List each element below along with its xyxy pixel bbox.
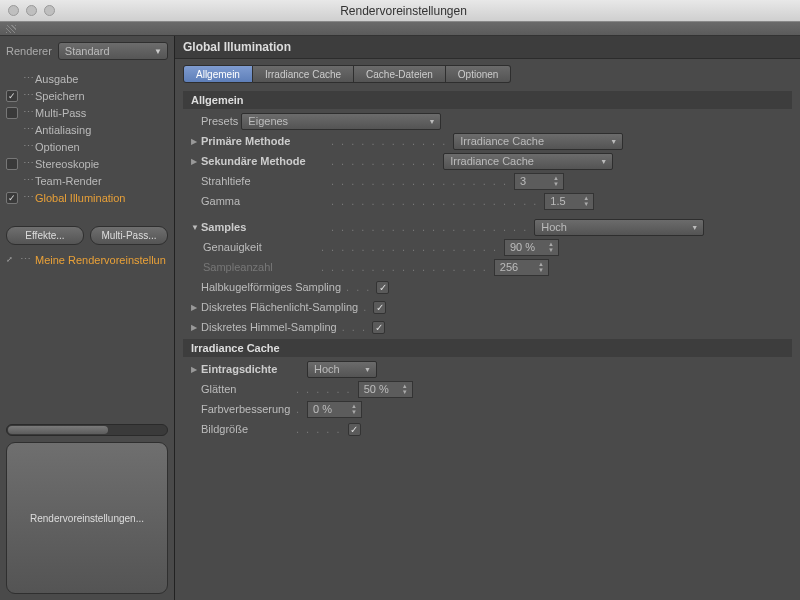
renderer-value: Standard — [65, 45, 110, 57]
preset-row[interactable]: ⤢ ⋯ Meine Rendervoreinstellun — [0, 251, 174, 270]
multipass-button[interactable]: Multi-Pass... — [90, 226, 168, 245]
renderer-label: Renderer — [6, 45, 52, 57]
row-samplecount: Sampleanzahl . . . . . . . . . . . . . .… — [175, 257, 800, 277]
row-accuracy: Genauigkeit . . . . . . . . . . . . . . … — [175, 237, 800, 257]
disclosure-icon[interactable]: ▶ — [191, 323, 201, 332]
checkbox-icon[interactable]: ✓ — [6, 192, 18, 204]
disclosure-icon[interactable]: ▼ — [191, 223, 201, 232]
row-density: ▶ Eintragsdichte Hoch▼ — [175, 359, 800, 379]
density-select[interactable]: Hoch▼ — [307, 361, 377, 378]
tree-item-teamrender[interactable]: ⋯Team-Render — [6, 172, 174, 189]
expand-icon[interactable]: ⤢ — [6, 255, 16, 264]
hemi-checkbox[interactable]: ✓ — [376, 281, 389, 294]
disclosure-icon[interactable]: ▶ — [191, 303, 201, 312]
area-checkbox[interactable]: ✓ — [373, 301, 386, 314]
window-title: Rendervoreinstellungen — [15, 4, 792, 18]
tab-cache-dateien[interactable]: Cache-Dateien — [354, 65, 446, 83]
ic-subheader: Irradiance Cache — [183, 339, 792, 357]
preset-label: Meine Rendervoreinstellun — [35, 254, 166, 266]
tree-item-ausgabe[interactable]: ⋯Ausgabe — [6, 70, 174, 87]
scrollbar-thumb[interactable] — [8, 426, 108, 434]
tree-item-gi[interactable]: ✓⋯Global Illumination — [6, 189, 174, 206]
tab-optionen[interactable]: Optionen — [446, 65, 512, 83]
row-secondary: ▶ Sekundäre Methode . . . . . . . . . . … — [175, 151, 800, 171]
checkbox-icon[interactable] — [6, 107, 18, 119]
gamma-field[interactable]: 1.5▲▼ — [544, 193, 594, 210]
row-presets: Presets Eigenes▼ — [175, 111, 800, 131]
horizontal-scrollbar[interactable] — [6, 424, 168, 436]
chevron-down-icon: ▼ — [428, 118, 435, 125]
tree-item-stereoskopie[interactable]: ⋯Stereoskopie — [6, 155, 174, 172]
disclosure-icon[interactable]: ▶ — [191, 157, 201, 166]
row-imgsize: Bildgröße . . . . . ✓ — [175, 419, 800, 439]
depth-field[interactable]: 3▲▼ — [514, 173, 564, 190]
row-sky: ▶ Diskretes Himmel-Sampling . . . ✓ — [175, 317, 800, 337]
row-smooth: Glätten . . . . . . 50 %▲▼ — [175, 379, 800, 399]
checkbox-icon[interactable] — [6, 158, 18, 170]
accuracy-field[interactable]: 90 %▲▼ — [504, 239, 559, 256]
samples-select[interactable]: Hoch▼ — [534, 219, 704, 236]
disclosure-icon[interactable]: ▶ — [191, 137, 201, 146]
row-primary: ▶ Primäre Methode . . . . . . . . . . . … — [175, 131, 800, 151]
row-hemi: Halbkugelförmiges Sampling . . . ✓ — [175, 277, 800, 297]
tree-item-antialiasing[interactable]: ⋯Antialiasing — [6, 121, 174, 138]
titlebar: Rendervoreinstellungen — [0, 0, 800, 22]
effects-button[interactable]: Effekte... — [6, 226, 84, 245]
tree-item-multipass[interactable]: ⋯Multi-Pass — [6, 104, 174, 121]
colorref-field[interactable]: 0 %▲▼ — [307, 401, 362, 418]
smooth-field[interactable]: 50 %▲▼ — [358, 381, 413, 398]
render-settings-button[interactable]: Rendervoreinstellungen... — [6, 442, 168, 594]
sidebar: Renderer Standard ▼ ⋯Ausgabe ✓⋯Speichern… — [0, 36, 175, 600]
settings-tree: ⋯Ausgabe ✓⋯Speichern ⋯Multi-Pass ⋯Antial… — [0, 68, 174, 220]
tree-item-optionen[interactable]: ⋯Optionen — [6, 138, 174, 155]
grip-icon — [6, 25, 16, 33]
secondary-method-select[interactable]: Irradiance Cache▼ — [443, 153, 613, 170]
row-colorref: Farbverbesserung . 0 %▲▼ — [175, 399, 800, 419]
primary-method-select[interactable]: Irradiance Cache▼ — [453, 133, 623, 150]
tabs: Allgemein Irradiance Cache Cache-Dateien… — [175, 59, 800, 89]
renderer-dropdown[interactable]: Standard ▼ — [58, 42, 168, 60]
checkbox-icon[interactable]: ✓ — [6, 90, 18, 102]
presets-select[interactable]: Eigenes▼ — [241, 113, 441, 130]
disclosure-icon[interactable]: ▶ — [191, 365, 201, 374]
content-panel: Global Illumination Allgemein Irradiance… — [175, 36, 800, 600]
tab-allgemein[interactable]: Allgemein — [183, 65, 253, 83]
imgsize-checkbox[interactable]: ✓ — [348, 423, 361, 436]
tab-irradiance-cache[interactable]: Irradiance Cache — [253, 65, 354, 83]
panel-title: Global Illumination — [175, 36, 800, 59]
row-depth: Strahltiefe . . . . . . . . . . . . . . … — [175, 171, 800, 191]
sky-checkbox[interactable]: ✓ — [372, 321, 385, 334]
row-area: ▶ Diskretes Flächenlicht-Sampling . ✓ — [175, 297, 800, 317]
samplecount-field: 256▲▼ — [494, 259, 549, 276]
spinner-icon: ▲▼ — [551, 174, 561, 189]
chevron-down-icon: ▼ — [154, 47, 162, 56]
row-gamma: Gamma . . . . . . . . . . . . . . . . . … — [175, 191, 800, 211]
tree-item-speichern[interactable]: ✓⋯Speichern — [6, 87, 174, 104]
row-samples: ▼ Samples . . . . . . . . . . . . . . . … — [175, 217, 800, 237]
toolbar-strip — [0, 22, 800, 36]
general-subheader: Allgemein — [183, 91, 792, 109]
